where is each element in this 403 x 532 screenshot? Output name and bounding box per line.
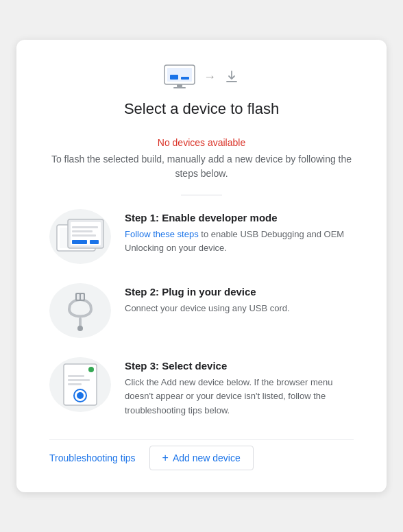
svg-rect-17 — [81, 294, 84, 300]
svg-rect-23 — [68, 383, 82, 385]
no-devices-desc: To flash the selected build, manually ad… — [49, 152, 354, 181]
step3-title: Step 3: Select device — [125, 360, 354, 372]
step2-illustration — [49, 283, 111, 338]
step2-title: Step 2: Plug in your device — [125, 286, 354, 298]
step-3: Step 3: Select device Click the Add new … — [49, 357, 354, 417]
steps-list: Step 1: Enable developer mode Follow the… — [49, 209, 354, 417]
svg-rect-14 — [72, 234, 96, 237]
svg-rect-21 — [68, 375, 84, 377]
step3-content: Step 3: Select device Click the Add new … — [125, 357, 354, 417]
add-device-label: Add new device — [173, 452, 241, 463]
svg-point-20 — [88, 367, 94, 372]
svg-rect-3 — [173, 87, 186, 88]
svg-rect-12 — [72, 226, 98, 228]
svg-rect-2 — [177, 84, 182, 87]
plus-icon: + — [162, 452, 169, 464]
download-icon — [224, 69, 239, 84]
step-2: Step 2: Plug in your device Connect your… — [49, 283, 354, 338]
no-devices-label: No devices available — [49, 137, 354, 148]
svg-rect-11 — [90, 240, 99, 244]
add-device-button[interactable]: + Add new device — [149, 446, 254, 470]
step3-illustration — [49, 357, 111, 412]
step1-illustration — [49, 209, 111, 264]
svg-rect-22 — [68, 379, 90, 381]
page-title: Select a device to flash — [49, 100, 354, 118]
no-devices-section: No devices available To flash the select… — [49, 137, 354, 181]
header-icons: → — [49, 64, 354, 89]
arrow-icon: → — [204, 70, 216, 84]
svg-rect-10 — [72, 240, 87, 244]
footer: Troubleshooting tips + Add new device — [49, 439, 354, 470]
troubleshooting-link[interactable]: Troubleshooting tips — [49, 452, 136, 463]
svg-rect-4 — [170, 75, 178, 80]
svg-rect-5 — [181, 77, 189, 80]
svg-point-18 — [77, 326, 83, 331]
step3-desc: Click the Add new device below. If the b… — [125, 376, 354, 417]
divider — [181, 195, 222, 195]
step1-desc: Follow these steps to enable USB Debuggi… — [125, 228, 354, 255]
step1-title: Step 1: Enable developer mode — [125, 212, 354, 223]
step2-content: Step 2: Plug in your device Connect your… — [125, 283, 354, 315]
main-card: → Select a device to flash No devices av… — [16, 40, 387, 492]
step-1: Step 1: Enable developer mode Follow the… — [49, 209, 354, 264]
svg-point-25 — [77, 392, 84, 399]
svg-rect-16 — [77, 294, 80, 300]
step2-desc: Connect your device using any USB cord. — [125, 302, 354, 315]
svg-rect-13 — [72, 230, 93, 232]
device-icon — [164, 64, 195, 89]
step1-link[interactable]: Follow these steps — [125, 229, 199, 239]
step1-content: Step 1: Enable developer mode Follow the… — [125, 209, 354, 255]
